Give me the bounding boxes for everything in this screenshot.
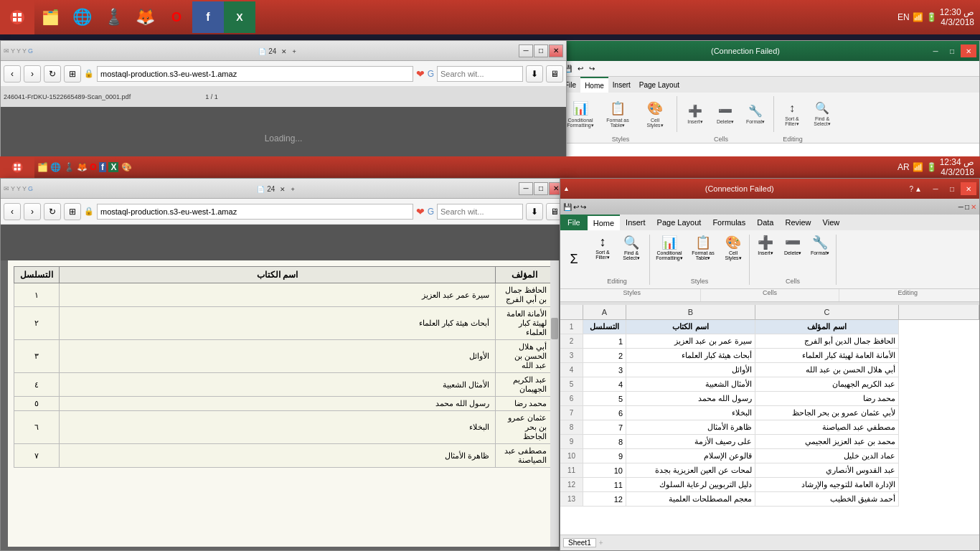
view-btn-1[interactable]: 🖥 (546, 65, 563, 83)
insert-btn-bg[interactable]: ➕ Insert▾ (682, 96, 709, 132)
cell-a11[interactable]: 10 (583, 463, 626, 478)
sort-filter-btn-bg[interactable]: ↕️ Sort &Filter▾ (778, 96, 806, 132)
cell-c3[interactable]: الأمانة العامة لهيئة كبار العلماء (755, 349, 899, 363)
address-bar-1[interactable] (97, 66, 413, 82)
excel-ribbon-controls[interactable]: ? ▲ (910, 185, 922, 193)
cell-c4[interactable]: أبي هلال الحسن بن عبد الله (755, 363, 899, 377)
excel-restore-front[interactable]: □ (944, 182, 960, 195)
tab-formulas-front[interactable]: Formulas (707, 215, 751, 230)
cell-a5[interactable]: 4 (583, 377, 626, 392)
start-button[interactable] (0, 0, 34, 34)
cell-b6[interactable]: رسول الله محمد (626, 392, 755, 406)
browser-1-window-controls[interactable]: ─ □ ✕ (519, 44, 563, 57)
cell-b4[interactable]: الأوائل (626, 363, 755, 377)
cell-a7[interactable]: 6 (583, 406, 626, 420)
cell-b1[interactable]: اسم الكتاب (626, 320, 755, 334)
cell-b11[interactable]: لمحات عن العين العزيزية بجدة (626, 463, 755, 478)
format-table-btn-front[interactable]: 📋 Format asTable▾ (687, 235, 719, 261)
collapse-ribbon-icon[interactable]: ▲ (915, 185, 922, 193)
minimize-btn-2[interactable]: ─ (519, 182, 533, 195)
cell-c8[interactable]: مصطفي عبد الصياصنة (755, 420, 899, 435)
tab-home-bg[interactable]: Home (580, 77, 608, 93)
tab-home-front[interactable]: Home (588, 215, 620, 230)
find-select-btn-front[interactable]: 🔍 Find &Select▾ (618, 235, 645, 261)
taskbar-chess-icon[interactable]: ♟️ (98, 1, 129, 33)
language-indicator[interactable]: EN (897, 12, 910, 22)
download-btn-2[interactable]: ⬇ (526, 203, 543, 220)
search-input-1[interactable] (437, 66, 523, 82)
tab-pagelayout-bg[interactable]: Page Layout (635, 77, 684, 93)
cell-b5[interactable]: الأمثال الشعبية (626, 377, 755, 392)
taskbar-excel-icon[interactable]: X (224, 1, 255, 33)
tab-data-front[interactable]: Data (751, 215, 779, 230)
cell-b8[interactable]: ظاهرة الأمثال (626, 420, 755, 435)
search-input-2[interactable] (437, 204, 523, 220)
excel-restore-bg[interactable]: □ (944, 44, 960, 57)
tab-review-front[interactable]: Review (779, 215, 816, 230)
doc-scrollbar[interactable] (550, 260, 559, 547)
cell-b9[interactable]: على رصيف الأزمة (626, 435, 755, 449)
cell-c10[interactable]: عماد الدين خليل (755, 449, 899, 463)
format-btn-front[interactable]: 🔧 Format▾ (807, 235, 833, 256)
conditional-formatting-btn-front[interactable]: 📊 ConditionalFormatting▾ (653, 235, 686, 261)
taskbar-ie-icon[interactable]: 🌐 (66, 1, 98, 33)
cell-c1[interactable]: اسم المؤلف (755, 320, 899, 334)
forward-btn-1[interactable]: › (24, 65, 41, 83)
cell-c11[interactable]: عبد القدوس الأنصاري (755, 463, 899, 478)
format-btn-bg[interactable]: 🔧 Format▾ (742, 96, 769, 132)
cell-c5[interactable]: عبد الكريم الجهيمان (755, 377, 899, 392)
taskbar-explorer-icon[interactable]: 🗂️ (34, 1, 66, 33)
refresh-btn-2[interactable]: ↻ (44, 203, 61, 220)
refresh-btn-1[interactable]: ↻ (44, 65, 61, 83)
taskbar-facebook-icon[interactable]: f (192, 1, 224, 33)
delete-btn-front[interactable]: ➖ Delete▾ (780, 235, 806, 256)
taskbar-opera-icon[interactable]: O (161, 1, 192, 33)
format-table-btn-bg[interactable]: 📋 Format asTable▾ (600, 96, 635, 132)
cell-b12[interactable]: دليل التربويين لرعاية السلوك (626, 478, 755, 492)
browser-2-controls[interactable]: ─ □ ✕ (519, 182, 563, 195)
excel-close-bg[interactable]: ✕ (961, 44, 976, 57)
col-header-b[interactable]: B (626, 305, 755, 319)
download-btn-1[interactable]: ⬇ (526, 65, 543, 83)
forward-btn-2[interactable]: › (24, 203, 41, 220)
address-bar-2[interactable] (97, 204, 413, 220)
redo-icon-qa[interactable]: ↪ (580, 203, 586, 211)
cell-b2[interactable]: سيرة عمر بن عبد العزيز (626, 334, 755, 349)
excel-controls-bg[interactable]: ─ □ ✕ (928, 44, 976, 57)
excel-secondary-controls[interactable]: ─ □ ✕ (958, 203, 976, 211)
start-button-2[interactable] (0, 156, 34, 178)
conditional-formatting-btn-bg[interactable]: 📊 ConditionalFormatting▾ (563, 96, 598, 132)
col-header-a[interactable]: A (583, 305, 626, 319)
find-select-btn-bg[interactable]: 🔍 Find &Select▾ (809, 96, 836, 132)
back-btn-2[interactable]: ‹ (4, 203, 21, 220)
tab-insert-front[interactable]: Insert (620, 215, 651, 230)
col-header-c[interactable]: C (755, 305, 899, 319)
language-indicator-2[interactable]: AR (897, 162, 910, 172)
help-icon[interactable]: ? (910, 185, 914, 193)
save-icon-qa[interactable]: 💾 (563, 203, 572, 211)
cell-a8[interactable]: 7 (583, 420, 626, 435)
tab-pagelayout-front[interactable]: Page Layout (651, 215, 707, 230)
delete-btn-bg[interactable]: ➖ Delete▾ (712, 96, 739, 132)
cell-a3[interactable]: 2 (583, 349, 626, 363)
excel-minimize-bg[interactable]: ─ (928, 44, 943, 57)
cell-a9[interactable]: 8 (583, 435, 626, 449)
cell-styles-btn-bg[interactable]: 🎨 CellStyles▾ (638, 96, 672, 132)
cell-c2[interactable]: الحافظ جمال الدين أبو الفرج (755, 334, 899, 349)
sheet-tab-1[interactable]: Sheet1 (563, 538, 596, 547)
undo-icon-qa[interactable]: ↩ (573, 203, 579, 211)
cell-c6[interactable]: محمد رضا (755, 392, 899, 406)
maximize-btn-2[interactable]: □ (534, 182, 548, 195)
cell-styles-btn-front[interactable]: 🎨 CellStyles▾ (720, 235, 746, 261)
excel-close-front[interactable]: ✕ (961, 182, 976, 195)
scroll-thumb[interactable] (551, 318, 558, 339)
sigma-btn[interactable]: Σ (563, 252, 585, 267)
cell-a13[interactable]: 12 (583, 492, 626, 507)
add-sheet-btn[interactable]: + (599, 539, 603, 547)
maximize-btn-1[interactable]: □ (534, 44, 548, 57)
cell-a12[interactable]: 11 (583, 478, 626, 492)
tab-view-front[interactable]: View (817, 215, 846, 230)
cell-c9[interactable]: محمد بن عبد العزيز العجيمي (755, 435, 899, 449)
cell-a6[interactable]: 5 (583, 392, 626, 406)
insert-btn-front[interactable]: ➕ Insert▾ (753, 235, 778, 256)
